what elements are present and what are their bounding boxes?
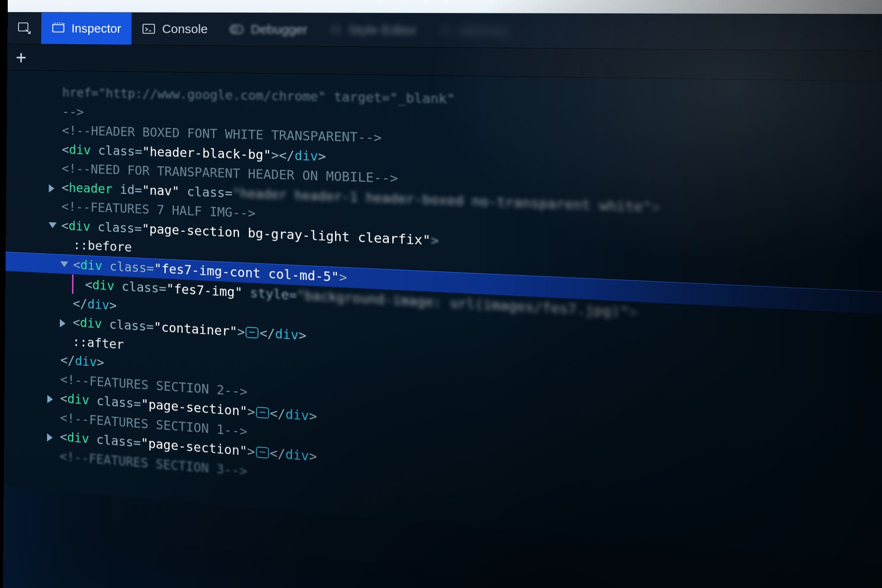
expand-icon[interactable] xyxy=(60,319,65,327)
svg-rect-2 xyxy=(143,24,155,33)
tab-debugger[interactable]: Debugger xyxy=(219,13,319,46)
expand-icon[interactable] xyxy=(47,395,53,403)
tab-console[interactable]: Console xyxy=(132,13,219,46)
inspector-icon xyxy=(52,23,65,34)
collapsed-children-badge[interactable] xyxy=(246,327,259,338)
svg-point-4 xyxy=(233,27,238,32)
pick-element-icon xyxy=(18,22,31,34)
svg-point-5 xyxy=(442,26,450,34)
debugger-icon xyxy=(230,24,244,34)
change-marker xyxy=(72,274,73,294)
svg-rect-1 xyxy=(53,25,64,32)
tab-label: Inspector xyxy=(71,22,121,36)
tab-inspector[interactable]: Inspector xyxy=(41,12,132,45)
collapse-icon[interactable] xyxy=(49,222,57,228)
markup-view[interactable]: href="http://www.google.com/chrome" targ… xyxy=(4,70,882,586)
console-icon xyxy=(142,23,155,34)
pick-element-button[interactable] xyxy=(7,12,41,44)
tab-label: Debugger xyxy=(251,22,307,37)
collapse-icon[interactable] xyxy=(60,261,68,267)
collapsed-children-badge[interactable] xyxy=(256,446,269,458)
style-editor-icon xyxy=(330,24,341,35)
collapsed-children-badge[interactable] xyxy=(256,407,269,419)
tab-memory[interactable]: Memory xyxy=(428,13,521,48)
tab-label: Style Editor xyxy=(348,22,416,37)
screen: Inspector Console Debugger Style Editor … xyxy=(3,0,882,588)
memory-icon xyxy=(440,25,452,36)
tab-label: Memory xyxy=(459,23,509,38)
tab-style-editor[interactable]: Style Editor xyxy=(319,13,429,47)
expand-icon[interactable] xyxy=(49,184,54,193)
expand-icon[interactable] xyxy=(47,433,53,442)
tab-label: Console xyxy=(162,22,208,36)
